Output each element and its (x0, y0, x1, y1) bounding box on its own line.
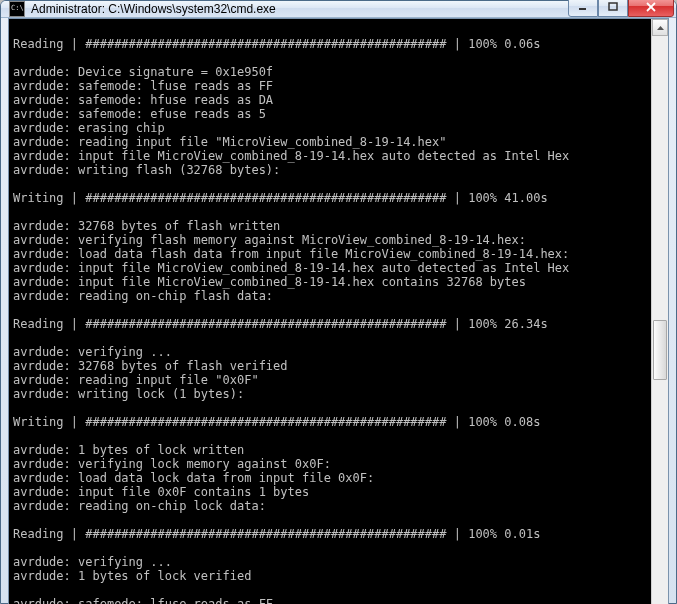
svg-marker-4 (657, 26, 664, 30)
maximize-button[interactable] (598, 0, 628, 17)
cmd-icon (9, 1, 25, 17)
minimize-icon (578, 2, 588, 12)
window-controls (568, 0, 674, 17)
client-area: Reading | ##############################… (8, 18, 669, 604)
svg-rect-1 (609, 3, 617, 10)
scrollbar-track[interactable] (652, 36, 668, 604)
close-button[interactable] (628, 0, 674, 17)
minimize-button[interactable] (568, 0, 598, 17)
scroll-up-button[interactable] (652, 19, 668, 36)
titlebar[interactable]: Administrator: C:\Windows\system32\cmd.e… (1, 1, 676, 18)
close-icon (645, 2, 657, 12)
vertical-scrollbar[interactable] (651, 19, 668, 604)
chevron-up-icon (657, 26, 664, 30)
scrollbar-thumb[interactable] (653, 320, 667, 380)
window-title: Administrator: C:\Windows\system32\cmd.e… (31, 2, 568, 16)
console-output[interactable]: Reading | ##############################… (9, 19, 651, 604)
maximize-icon (608, 2, 618, 12)
cmd-window: Administrator: C:\Windows\system32\cmd.e… (0, 0, 677, 604)
